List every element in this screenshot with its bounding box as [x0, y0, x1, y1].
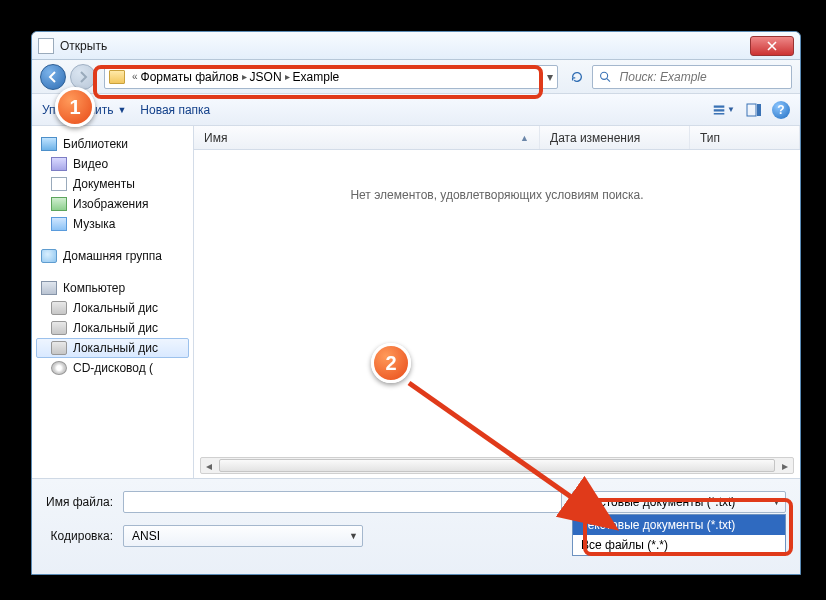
sidebar-homegroup[interactable]: Домашняя группа: [36, 246, 189, 266]
document-icon: [51, 177, 67, 191]
encoding-label: Кодировка:: [46, 529, 113, 543]
document-icon: [38, 38, 54, 54]
back-button[interactable]: [40, 64, 66, 90]
search-input[interactable]: [618, 69, 785, 85]
preview-pane-button[interactable]: [742, 99, 766, 121]
chevron-down-icon: ▼: [349, 531, 358, 541]
scroll-left-icon[interactable]: ◂: [201, 458, 217, 473]
filetype-combobox[interactable]: Текстовые документы (*.txt) ▼ Текстовые …: [572, 491, 786, 513]
svg-rect-2: [714, 105, 725, 107]
sidebar-videos[interactable]: Видео: [36, 154, 189, 174]
close-button[interactable]: [750, 36, 794, 56]
breadcrumb-segment[interactable]: Example: [293, 70, 340, 84]
svg-rect-6: [757, 104, 761, 116]
sidebar-music[interactable]: Музыка: [36, 214, 189, 234]
filetype-option[interactable]: Текстовые документы (*.txt): [573, 515, 785, 535]
view-options-button[interactable]: ▼: [712, 99, 736, 121]
navigation-pane: Библиотеки Видео Документы Изображения М…: [32, 126, 194, 478]
cd-icon: [51, 361, 67, 375]
open-file-dialog: Открыть « Форматы файлов ▸ JSON ▸ Exampl…: [31, 31, 801, 575]
breadcrumb-dropdown-icon[interactable]: ▾: [547, 70, 553, 84]
svg-rect-3: [714, 109, 725, 111]
breadcrumb-bar[interactable]: « Форматы файлов ▸ JSON ▸ Example ▾: [104, 65, 558, 89]
column-date[interactable]: Дата изменения: [540, 126, 690, 149]
dialog-footer: Имя файла: Текстовые документы (*.txt) ▼…: [32, 478, 800, 574]
refresh-button[interactable]: [566, 66, 588, 88]
folder-icon: [109, 70, 125, 84]
music-icon: [51, 217, 67, 231]
column-headers: Имя▲ Дата изменения Тип: [194, 126, 800, 150]
sidebar-computer[interactable]: Компьютер: [36, 278, 189, 298]
sidebar-libraries[interactable]: Библиотеки: [36, 134, 189, 154]
new-folder-button[interactable]: Новая папка: [140, 103, 210, 117]
libraries-icon: [41, 137, 57, 151]
scrollbar-thumb[interactable]: [219, 459, 775, 472]
sidebar-local-disk[interactable]: Локальный дис: [36, 298, 189, 318]
search-icon: [599, 70, 612, 84]
breadcrumb-segment[interactable]: Форматы файлов: [141, 70, 239, 84]
computer-icon: [41, 281, 57, 295]
homegroup-icon: [41, 249, 57, 263]
filename-input[interactable]: [123, 491, 562, 513]
breadcrumb-overflow[interactable]: «: [132, 71, 138, 82]
disk-icon: [51, 321, 67, 335]
chevron-right-icon: ▸: [285, 71, 290, 82]
encoding-value: ANSI: [132, 529, 160, 543]
encoding-combobox[interactable]: ANSI ▼: [123, 525, 363, 547]
filetype-dropdown: Текстовые документы (*.txt) Все файлы (*…: [572, 514, 786, 556]
scroll-right-icon[interactable]: ▸: [777, 458, 793, 473]
svg-line-1: [607, 78, 610, 81]
column-type[interactable]: Тип: [690, 126, 800, 149]
horizontal-scrollbar[interactable]: ◂ ▸: [200, 457, 794, 474]
title-bar: Открыть: [32, 32, 800, 60]
forward-button[interactable]: [70, 64, 96, 90]
sidebar-local-disk[interactable]: Локальный дис: [36, 318, 189, 338]
help-button[interactable]: ?: [772, 101, 790, 119]
svg-point-0: [601, 72, 608, 79]
filename-label: Имя файла:: [46, 495, 113, 509]
sidebar-cd-drive[interactable]: CD-дисковод (: [36, 358, 189, 378]
sidebar-pictures[interactable]: Изображения: [36, 194, 189, 214]
filetype-option[interactable]: Все файлы (*.*): [573, 535, 785, 555]
toolbar: Упорядочить▼ Новая папка ▼ ?: [32, 94, 800, 126]
chevron-down-icon: ▼: [772, 497, 781, 507]
pictures-icon: [51, 197, 67, 211]
column-name[interactable]: Имя▲: [194, 126, 540, 149]
organize-menu[interactable]: Упорядочить▼: [42, 103, 126, 117]
chevron-right-icon: ▸: [242, 71, 247, 82]
disk-icon: [51, 341, 67, 355]
filetype-selected: Текстовые документы (*.txt): [581, 495, 735, 509]
disk-icon: [51, 301, 67, 315]
file-list-pane: Имя▲ Дата изменения Тип Нет элементов, у…: [194, 126, 800, 478]
video-icon: [51, 157, 67, 171]
sidebar-documents[interactable]: Документы: [36, 174, 189, 194]
svg-rect-4: [714, 113, 725, 115]
svg-rect-5: [747, 104, 756, 116]
empty-message: Нет элементов, удовлетворяющих условиям …: [194, 188, 800, 202]
search-box[interactable]: [592, 65, 792, 89]
window-title: Открыть: [60, 39, 750, 53]
nav-bar: « Форматы файлов ▸ JSON ▸ Example ▾: [32, 60, 800, 94]
sidebar-local-disk[interactable]: Локальный дис: [36, 338, 189, 358]
breadcrumb-segment[interactable]: JSON: [250, 70, 282, 84]
